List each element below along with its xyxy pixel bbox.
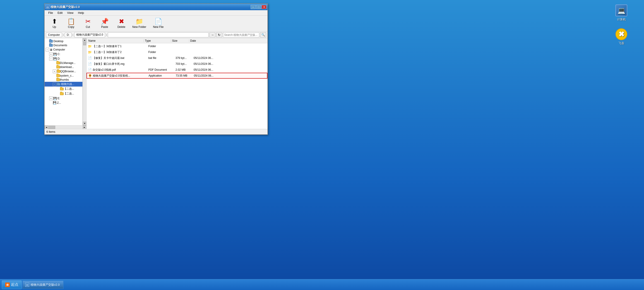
tree-pvz-label: 植物大战... xyxy=(61,82,74,86)
menu-edit[interactable]: Edit xyxy=(56,11,64,15)
tree-item-systemc[interactable]: system_c... xyxy=(44,74,82,78)
scroll-right-btn[interactable]: ► xyxy=(83,126,86,129)
file-row-f2[interactable]: 📁 【二选一】3d加速补丁2 Folder xyxy=(86,49,268,55)
dlmanager-folder-icon xyxy=(56,62,60,64)
toolbar-delete-button[interactable]: ✖ Delete xyxy=(114,17,129,31)
desktop-icon-computer[interactable]: 💻 计算机 xyxy=(612,5,630,22)
paste-label: Paste xyxy=(101,25,108,29)
download-folder-icon xyxy=(56,66,60,68)
tree-item-desktop[interactable]: Desktop xyxy=(44,39,82,43)
e-expand[interactable]: + xyxy=(49,97,53,100)
menu-help[interactable]: Help xyxy=(76,11,86,15)
tree-item-pvz-sub1[interactable]: 【二选... xyxy=(44,87,82,91)
file-date-f5: 05/11/2024 06... xyxy=(194,68,266,71)
desktop-icon-feihu[interactable]: ✖ 飞壶 xyxy=(612,28,630,45)
file-type-f5: PDF Document xyxy=(148,68,176,71)
tree-item-thumbs[interactable]: thumbs xyxy=(44,78,82,82)
toolbar-new-folder-button[interactable]: 📁 New Folder xyxy=(130,17,148,31)
breadcrumb-computer[interactable]: Computer xyxy=(46,33,62,37)
computer-icon-label: 计算机 xyxy=(617,18,626,22)
title-bar-icon: 🗂 xyxy=(46,5,50,9)
file-date-f6: 05/11/2024 06... xyxy=(194,74,266,77)
toolbar-cut-button[interactable]: ✂ Cut xyxy=(80,17,96,31)
tree-scroll[interactable]: Desktop Documents − 🖥 Computer xyxy=(44,38,83,125)
menu-file[interactable]: File xyxy=(46,11,55,15)
file-row-f6[interactable]: 🌻 植物大战僵尸交版v2.0安装程... Application 73.55 M… xyxy=(86,73,268,79)
tree-item-z[interactable]: 💾 Z... xyxy=(44,101,82,105)
scroll-thumb-v[interactable] xyxy=(83,42,86,45)
maximize-button[interactable]: □ xyxy=(256,5,261,9)
file-row-f1[interactable]: 📁 【二选一】3d加速补丁1 Folder xyxy=(86,43,268,49)
file-name-f5: 杂交版v2.0指南.pdf xyxy=(92,68,148,72)
scroll-left-btn[interactable]: ◄ xyxy=(44,126,48,129)
scroll-thumb-h[interactable] xyxy=(48,126,55,129)
d-expand[interactable]: − xyxy=(49,57,53,61)
file-row-f3[interactable]: 📄 【修复】关卡中途闪退.bat bat file 379 byt... 05/… xyxy=(86,55,268,61)
scroll-up-btn[interactable]: ▲ xyxy=(83,38,86,42)
address-bar: Computer › D: › 植物大战僵尸交版v2.0 › → ↻ 🔍 xyxy=(44,32,268,38)
bat-icon-f3: 📄 xyxy=(88,56,92,60)
tree-item-download[interactable]: download... xyxy=(44,65,82,69)
tree-documents-label: Documents xyxy=(54,44,67,47)
file-type-f1: Folder xyxy=(148,45,176,48)
new-folder-icon: 📁 xyxy=(136,18,143,25)
tree-scrollbar-v[interactable]: ▲ ▼ xyxy=(83,38,86,125)
toolbar-paste-button[interactable]: 📌 Paste xyxy=(97,17,112,31)
menu-view[interactable]: View xyxy=(65,11,75,15)
tree-item-c[interactable]: + 💾 C: xyxy=(44,52,82,56)
file-size-f3: 379 byt... xyxy=(176,56,194,60)
up-label: Up xyxy=(52,25,56,29)
tree-item-e[interactable]: + 💾 E: xyxy=(44,96,82,101)
tree-systemc-label: system_c... xyxy=(60,74,74,77)
tree-item-qqbrowser[interactable]: + QQBrowse... xyxy=(44,69,82,74)
tree-item-d[interactable]: − 💾 D: xyxy=(44,56,82,61)
toolbar-copy-button[interactable]: 📋 Copy xyxy=(63,17,79,31)
minimize-button[interactable]: ─ xyxy=(251,5,256,9)
c-expand[interactable]: + xyxy=(49,52,53,56)
tree-item-documents[interactable]: Documents xyxy=(44,43,82,47)
computer-expand[interactable]: − xyxy=(46,48,49,52)
taskbar-app-pvz[interactable]: 🗂 植物大战僵尸交版v2.0 xyxy=(23,281,64,289)
computer-drive-icon: 🖥 xyxy=(50,48,52,52)
taskbar-app-icon: 🗂 xyxy=(25,283,29,287)
breadcrumb-arrow-2: › xyxy=(72,33,73,37)
feihu-icon-label: 飞壶 xyxy=(618,41,624,45)
title-bar: 🗂 植物大战僵尸交版v2.0 ─ □ ✕ xyxy=(44,4,268,10)
search-input[interactable] xyxy=(223,32,259,37)
taskbar: ⊞ 起点 🗂 植物大战僵尸交版v2.0 xyxy=(0,279,644,290)
file-row-f5[interactable]: 📄 杂交版v2.0指南.pdf PDF Document 2.02 MB 05/… xyxy=(86,67,268,73)
title-bar-buttons: ─ □ ✕ xyxy=(251,5,266,9)
breadcrumb-d[interactable]: D: xyxy=(65,33,72,37)
pvz-expand[interactable]: − xyxy=(53,83,56,86)
menu-bar: File Edit View Help xyxy=(44,10,268,16)
file-row-f4[interactable]: 📄 【修复】窗口白屏卡死.reg 703 byt... 05/11/2024 0… xyxy=(86,61,268,67)
file-type-f2: Folder xyxy=(148,51,176,54)
new-file-icon: 📄 xyxy=(154,18,162,25)
file-type-f3: bat file xyxy=(148,56,176,60)
address-input[interactable] xyxy=(108,32,208,37)
main-content: Desktop Documents − 🖥 Computer xyxy=(44,38,268,129)
tree-item-pvz-sub2[interactable]: 【二选... xyxy=(44,91,82,96)
col-header-name[interactable]: Name xyxy=(88,39,144,42)
tree-item-computer[interactable]: − 🖥 Computer xyxy=(44,47,82,52)
start-button[interactable]: ⊞ 起点 xyxy=(2,280,22,289)
file-size-f4: 703 byt... xyxy=(176,62,194,66)
toolbar-up-button[interactable]: ⬆ Up xyxy=(46,17,62,31)
refresh-button[interactable]: ↻ xyxy=(216,32,222,37)
qqbrowser-expand[interactable]: + xyxy=(53,70,56,73)
tree-item-pvz[interactable]: − 植物大战... xyxy=(44,82,82,87)
search-button[interactable]: 🔍 xyxy=(260,32,266,37)
toolbar-new-file-button[interactable]: 📄 New File xyxy=(149,17,167,31)
reg-icon-f4: 📄 xyxy=(88,62,92,66)
file-date-f3: 05/11/2024 06... xyxy=(194,56,266,60)
scroll-down-btn[interactable]: ▼ xyxy=(83,122,86,125)
col-header-date[interactable]: Date xyxy=(189,39,266,42)
breadcrumb-pvz[interactable]: 植物大战僵尸交版v2.0 xyxy=(74,32,105,37)
e-drive-icon: 💾 xyxy=(53,97,57,100)
tree-download-label: download... xyxy=(60,66,74,69)
col-header-type[interactable]: Type xyxy=(144,39,171,42)
close-button[interactable]: ✕ xyxy=(262,5,266,9)
col-header-size[interactable]: Size xyxy=(171,39,189,42)
tree-item-dlmanager[interactable]: DLManage... xyxy=(44,61,82,65)
go-button[interactable]: → xyxy=(210,32,215,37)
